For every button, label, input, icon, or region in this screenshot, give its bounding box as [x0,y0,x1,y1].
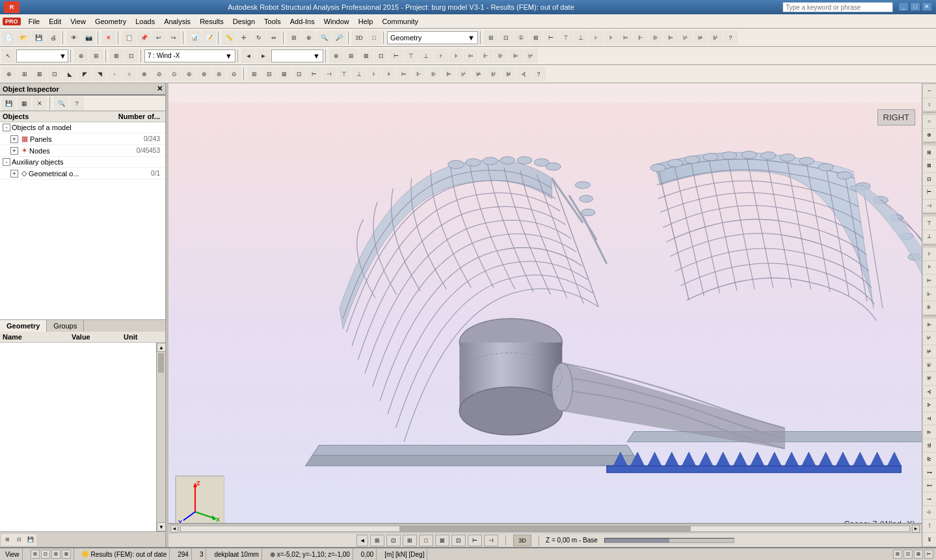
tb3-b27[interactable]: ⊨ [397,67,411,81]
tb-t1[interactable]: ⊠ [529,31,543,45]
tb2-b2[interactable]: ⊞ [89,49,103,63]
vp-mode-3d[interactable]: 3D [513,535,531,546]
rt-b33[interactable]: ⊻ [923,533,936,546]
tb-t10[interactable]: ⊫ [663,31,678,45]
tb3-b34[interactable]: ⊯ [501,67,516,81]
tb3-b18[interactable]: ⊟ [262,67,276,81]
menu-view[interactable]: View [66,16,90,27]
tb2-b18[interactable]: ⊬ [524,49,538,63]
rt-b21[interactable]: ⊯ [923,372,936,385]
tb3-help[interactable]: ? [531,67,546,81]
menu-results[interactable]: Results [196,16,228,27]
tb3-b29[interactable]: ⊪ [427,67,441,81]
tb-new[interactable]: 📄 [1,31,16,45]
viewport-canvas[interactable]: RIGHT Z X Y Cases [168,83,922,547]
tb2-b1[interactable]: ⊕ [74,49,88,63]
vp-btn-5[interactable]: ⊠ [435,535,449,546]
rt-b1[interactable]: ↔ [923,85,936,98]
vp-hscroll-thumb[interactable] [399,526,691,531]
tb-intersect[interactable]: ⊕ [302,31,316,45]
search-box[interactable] [782,2,893,12]
tb3-b22[interactable]: ⊣ [322,67,336,81]
tb-t3[interactable]: ⊤ [559,31,573,45]
rt-b14[interactable]: ⊨ [923,274,936,287]
sb-right-btn4[interactable]: ⊢ [924,550,933,559]
tb2-b3[interactable]: ⊠ [109,49,124,63]
vp-btn-prev[interactable]: ◄ [356,535,368,546]
tb3-b17[interactable]: ⊞ [247,67,261,81]
tb2-b17[interactable]: ⊫ [509,49,523,63]
sb-btn4[interactable]: ⊠ [62,550,71,559]
tb-mirror[interactable]: ⇔ [267,31,281,45]
menu-tools[interactable]: Tools [260,16,285,27]
tb2-b15[interactable]: ⊩ [479,49,493,63]
tb-calc[interactable]: 📊 [187,31,201,45]
rt-b17[interactable]: ⊫ [923,319,936,332]
tb2-b6[interactable]: ⊞ [344,49,358,63]
vp-hscroll-track[interactable] [180,526,910,532]
rt-b31[interactable]: ⊹ [923,506,936,519]
panels-expander[interactable]: + [10,135,18,143]
sb-btn1[interactable]: ⊞ [31,550,40,559]
tb-t13[interactable]: ⊮ [708,31,723,45]
tb-t4[interactable]: ⊥ [574,31,588,45]
tb-zoom-all[interactable]: 🔍 [317,31,331,45]
inspector-close[interactable]: ✕ [157,85,163,93]
nodes-expander[interactable]: + [10,147,18,155]
geo-expander[interactable]: + [10,170,18,178]
tb3-b10[interactable]: ⊗ [137,67,152,81]
tb-grid[interactable]: ⊞ [484,31,498,45]
menu-file[interactable]: File [25,16,44,27]
tb2-b13[interactable]: ⊧ [449,49,463,63]
tb3-b21[interactable]: ⊢ [307,67,321,81]
tb3-b16[interactable]: ⊝ [227,67,241,81]
sb-right-btn2[interactable]: ⊡ [903,550,913,559]
tb3-b19[interactable]: ⊠ [277,67,291,81]
rt-b8[interactable]: ⊢ [923,186,936,199]
tb-t9[interactable]: ⊪ [649,31,663,45]
rt-b27[interactable]: ⊵ [923,453,936,466]
rt-b11[interactable]: ⊥ [923,230,936,243]
rt-b24[interactable]: ⊲ [923,412,936,425]
tb3-b24[interactable]: ⊥ [352,67,366,81]
tb2-b14[interactable]: ⊨ [464,49,478,63]
tb-t5[interactable]: ⊦ [589,31,603,45]
menu-community[interactable]: Community [378,16,422,27]
tb-t2[interactable]: ⊢ [544,31,558,45]
rt-b25[interactable]: ⊳ [923,425,936,438]
tb2-b4[interactable]: ⊡ [124,49,139,63]
lb-b2[interactable]: ⊡ [13,534,25,546]
rt-b22[interactable]: ⊰ [923,386,936,399]
tb2-select[interactable]: ↖ [1,49,16,63]
tb-display[interactable]: □ [367,31,381,45]
search-input[interactable] [786,3,890,12]
tb3-b35[interactable]: ⊰ [516,67,531,81]
tb2-b12[interactable]: ⊦ [434,49,448,63]
menu-window[interactable]: Window [320,16,353,27]
tree-panels[interactable]: + ▦ Panels 0/243 [0,133,165,145]
tb-select-all[interactable]: ⊞ [287,31,301,45]
rt-b12[interactable]: ⊦ [923,248,936,261]
tb-help[interactable]: ? [723,31,738,45]
maximize-button[interactable]: □ [910,2,920,11]
rt-b7[interactable]: ⊡ [923,173,936,186]
tb-undo[interactable]: ↩ [152,31,166,45]
tb2-b16[interactable]: ⊪ [494,49,508,63]
tb-save[interactable]: 💾 [31,31,46,45]
tb-count[interactable]: ① [514,31,528,45]
tb2-arrow2[interactable]: ► [256,49,271,63]
tb2-b10[interactable]: ⊤ [404,49,418,63]
root-expander[interactable]: - [3,124,10,131]
tb3-b4[interactable]: ⊡ [47,67,62,81]
tb3-b13[interactable]: ⊚ [182,67,196,81]
tb3-b33[interactable]: ⊮ [487,67,501,81]
vp-btn-8[interactable]: ⊣ [484,535,498,546]
rt-b5[interactable]: ⊞ [923,146,936,159]
rt-b4[interactable]: ⊕ [923,129,936,142]
rt-b29[interactable]: ⊷ [923,479,936,492]
rt-b18[interactable]: ⊬ [923,332,936,345]
insp-help[interactable]: ? [70,96,84,111]
rt-b26[interactable]: ⊴ [923,439,936,452]
tb3-b3[interactable]: ⊠ [33,67,47,81]
tb3-b31[interactable]: ⊬ [457,67,471,81]
